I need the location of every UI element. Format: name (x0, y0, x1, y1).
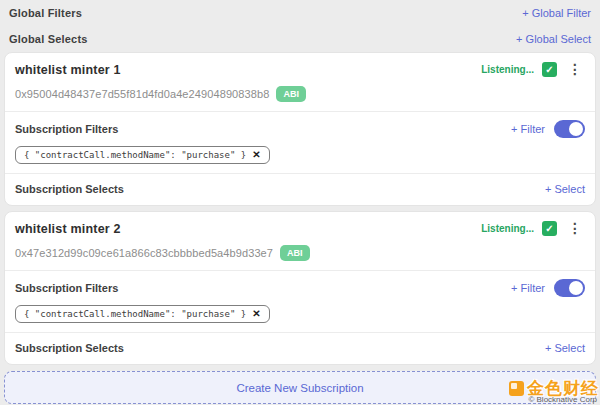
abi-badge[interactable]: ABI (276, 86, 306, 102)
filter-chip-text: { "contractCall.methodName": "purchase" … (24, 309, 246, 319)
kebab-menu-icon[interactable]: ⋮ (565, 62, 585, 77)
add-select-button[interactable]: + Select (545, 342, 585, 354)
filter-chip-text: { "contractCall.methodName": "purchase" … (24, 150, 246, 160)
check-icon: ✓ (545, 223, 553, 234)
subscription-card-1: whitelist minter 1 Listening... ✓ ⋮ 0x95… (4, 52, 596, 206)
filters-toggle[interactable] (554, 279, 585, 297)
add-global-filter-button[interactable]: + Global Filter (522, 7, 591, 19)
subscription-selects-label: Subscription Selects (15, 183, 124, 195)
filters-toggle[interactable] (554, 120, 585, 138)
subscription-filters-label: Subscription Filters (15, 123, 118, 135)
global-selects-label: Global Selects (9, 33, 88, 45)
create-new-subscription-button[interactable]: Create New Subscription (4, 371, 596, 404)
add-global-select-button[interactable]: + Global Select (516, 33, 591, 45)
toggle-knob (569, 281, 583, 295)
subscription-title: whitelist minter 1 (15, 63, 121, 77)
filter-chip: { "contractCall.methodName": "purchase" … (15, 146, 270, 164)
card-header: whitelist minter 2 Listening... ✓ ⋮ 0x47… (5, 212, 595, 270)
listening-checkbox[interactable]: ✓ (542, 62, 557, 77)
close-icon[interactable]: ✕ (252, 150, 260, 160)
add-filter-button[interactable]: + Filter (511, 282, 545, 294)
add-select-button[interactable]: + Select (545, 183, 585, 195)
subscription-selects-label: Subscription Selects (15, 342, 124, 354)
global-selects-row: Global Selects + Global Select (0, 26, 600, 52)
subscription-title: whitelist minter 2 (15, 222, 121, 236)
subscription-card-2: whitelist minter 2 Listening... ✓ ⋮ 0x47… (4, 211, 596, 365)
check-icon: ✓ (545, 64, 553, 75)
toggle-knob (569, 122, 583, 136)
filter-chip: { "contractCall.methodName": "purchase" … (15, 305, 270, 323)
global-filters-label: Global Filters (9, 7, 82, 19)
abi-badge[interactable]: ABI (280, 245, 310, 261)
listening-status: Listening... (481, 223, 534, 234)
close-icon[interactable]: ✕ (252, 309, 260, 319)
card-header: whitelist minter 1 Listening... ✓ ⋮ 0x95… (5, 53, 595, 111)
listening-checkbox[interactable]: ✓ (542, 221, 557, 236)
add-filter-button[interactable]: + Filter (511, 123, 545, 135)
kebab-menu-icon[interactable]: ⋮ (565, 221, 585, 236)
contract-address: 0x47e312d99c09ce61a866c83cbbbbed5a4b9d33… (15, 247, 273, 259)
contract-address: 0x95004d48437e7d55f81d4fd0a4e24904890838… (15, 88, 269, 100)
listening-status: Listening... (481, 64, 534, 75)
subscription-filters-label: Subscription Filters (15, 282, 118, 294)
global-filters-row: Global Filters + Global Filter (0, 0, 600, 26)
